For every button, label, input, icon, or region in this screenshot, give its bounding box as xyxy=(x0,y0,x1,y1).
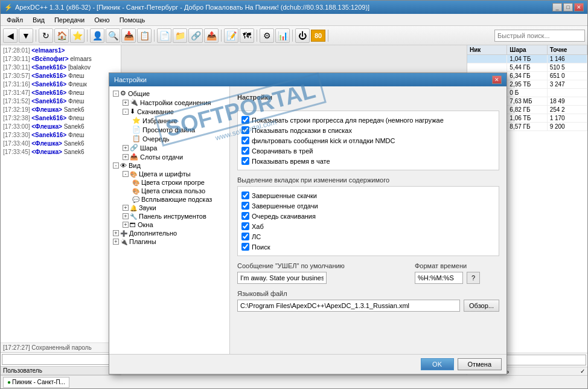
expand-icon[interactable]: + xyxy=(123,154,129,160)
checkbox-tray-input[interactable] xyxy=(241,147,249,155)
map-button[interactable]: 🗺 xyxy=(240,28,254,43)
list-item: [17:32:38] <Sanek616> Флеш xyxy=(3,114,118,123)
tree-item-tooltips[interactable]: 💬 Всплывающие подсказ xyxy=(112,195,227,204)
list-item: [17:33:40] <Флешка> Sanek6 xyxy=(3,140,118,148)
list-item: [17:31:16] <Sanek616> Флешк xyxy=(3,80,118,89)
nav-dropdown-button[interactable]: ▼ xyxy=(19,28,33,43)
menu-help[interactable]: Помощь xyxy=(116,16,149,24)
tree-item-advanced[interactable]: + ➕ Дополнительно xyxy=(112,229,227,237)
checkbox-complete-dl-input[interactable] xyxy=(241,191,249,199)
users-header: Ник Шара Точне xyxy=(467,45,587,55)
lang-file-input[interactable] xyxy=(237,300,460,312)
home-button[interactable]: 🏠 xyxy=(54,28,69,43)
checkbox-hints-input[interactable] xyxy=(241,126,249,134)
tree-item-toolbar[interactable]: + 🔧 Панель инструментов xyxy=(112,212,227,220)
minimize-button[interactable]: _ xyxy=(552,3,562,11)
download-button[interactable]: 📥 xyxy=(121,28,136,43)
menu-window[interactable]: Окно xyxy=(91,16,113,24)
maximize-button[interactable]: □ xyxy=(563,3,573,11)
tree-item-share[interactable]: + 🔗 Шара xyxy=(112,143,227,152)
away-message-input[interactable] xyxy=(237,272,327,284)
hub-status-label: Пикник - Санкт-П... xyxy=(12,379,65,385)
checkbox-filter-input[interactable] xyxy=(241,137,249,144)
settings-button[interactable]: ⚙ xyxy=(260,28,274,43)
ok-button[interactable]: OK xyxy=(421,358,454,370)
expand-icon[interactable]: + xyxy=(123,145,129,151)
expand-icon[interactable]: + xyxy=(113,230,119,236)
power-button[interactable]: ⏻ xyxy=(295,28,310,43)
tree-item-slots[interactable]: + 📤 Слоты отдачи xyxy=(112,152,227,161)
list-item: [17:31:52] <Sanek616> Флеш xyxy=(3,97,118,106)
expand-icon[interactable]: - xyxy=(113,162,119,169)
menu-file[interactable]: Файл xyxy=(3,16,27,24)
separator-4 xyxy=(221,30,222,42)
expand-icon[interactable]: + xyxy=(123,205,129,211)
file-button[interactable]: 📄 xyxy=(157,28,171,43)
separator-2 xyxy=(87,30,88,42)
checkbox-progress-input[interactable] xyxy=(241,116,249,124)
tree-item-colors[interactable]: - 🎨 Цвета и шрифты xyxy=(112,170,227,178)
app-icon: ⚡ xyxy=(4,4,13,11)
stats-button[interactable]: 📊 xyxy=(275,28,290,43)
tree-item-fileview[interactable]: 📄 Просмотр файла xyxy=(112,125,227,134)
tree-item-general[interactable]: - ⚙ Общие xyxy=(112,89,227,98)
tree-item-plugins[interactable]: + 🔌 Плагины xyxy=(112,237,227,246)
users-footer-check: ✓ xyxy=(580,368,585,375)
tree-item-view[interactable]: - 👁 Вид xyxy=(112,161,227,170)
checkbox-search: Поиск xyxy=(241,242,495,252)
queue-button[interactable]: 📋 xyxy=(137,28,152,43)
table-row[interactable]: 1,04 ТБ 1 146 xyxy=(467,55,587,63)
status-hub-item[interactable]: ● Пикник - Санкт-П... xyxy=(3,377,69,388)
checkbox-hub-input[interactable] xyxy=(241,222,249,230)
tree-item-download[interactable]: - ⬇ Скачивание xyxy=(112,107,227,116)
nav-back-button[interactable]: ◀ xyxy=(3,28,18,43)
checkbox-search-input[interactable] xyxy=(241,243,249,251)
menu-view[interactable]: Вид xyxy=(29,16,48,24)
checkbox-time-input[interactable] xyxy=(241,157,249,165)
close-button[interactable]: ✕ xyxy=(574,3,584,11)
away-row: Сообщение "УШЕЛ" по умолчанию Формат вре… xyxy=(237,262,499,284)
share-button[interactable]: 🔗 xyxy=(188,28,203,43)
table-row[interactable]: 5,44 ГБ 510 5 xyxy=(467,63,587,72)
quick-search-input[interactable] xyxy=(494,30,585,42)
expand-icon[interactable]: - xyxy=(123,171,129,177)
folder-button[interactable]: 📁 xyxy=(173,28,187,43)
tree-item-queue[interactable]: 📋 Очередь xyxy=(112,134,227,143)
tree-item-progress-colors[interactable]: 🎨 Цвета строки прогре xyxy=(112,178,227,187)
settings-tree: - ⚙ Общие + 🔌 Настройки соединения - ⬇ С… xyxy=(109,86,230,354)
time-format-help-button[interactable]: ? xyxy=(467,272,480,284)
tree-item-userlist-colors[interactable]: 🎨 Цвета списка пользо xyxy=(112,187,227,195)
refresh-button[interactable]: ↻ xyxy=(39,28,53,43)
notepad-button[interactable]: 📝 xyxy=(224,28,238,43)
time-format-input[interactable] xyxy=(415,272,463,284)
tree-item-connection[interactable]: + 🔌 Настройки соединения xyxy=(112,98,227,107)
list-item: [17:30:11] <Всёпофиг> elmaars xyxy=(3,55,118,63)
expand-icon[interactable]: + xyxy=(123,213,129,219)
search-button[interactable]: 🔍 xyxy=(106,28,120,43)
checkbox-complete-ul-input[interactable] xyxy=(241,202,249,210)
expand-icon[interactable]: + xyxy=(123,100,129,106)
connect-button[interactable]: 👤 xyxy=(90,28,104,43)
settings-dialog[interactable]: Настройки ✕ - ⚙ Общие + 🔌 Настройки соед… xyxy=(109,72,507,375)
checkbox-dl-queue-input[interactable] xyxy=(241,212,249,220)
settings-content: Настройки Показывать строки прогресса дл… xyxy=(230,86,507,354)
expand-icon[interactable]: + xyxy=(113,239,119,245)
menu-transfers[interactable]: Передачи xyxy=(51,16,88,24)
favorites-button[interactable]: ⭐ xyxy=(70,28,85,43)
expand-icon[interactable]: - xyxy=(113,91,119,97)
dialog-close-button[interactable]: ✕ xyxy=(492,76,502,84)
away-message-section: Сообщение "УШЕЛ" по умолчанию Формат вре… xyxy=(237,262,499,284)
lang-file-label: Языковый файл xyxy=(237,290,499,297)
separator-3 xyxy=(154,30,155,42)
expand-icon[interactable]: + xyxy=(123,222,129,228)
tree-item-favorites[interactable]: ⭐ Избранные xyxy=(112,116,227,125)
cancel-button[interactable]: Отмена xyxy=(458,358,502,370)
upload-button[interactable]: 📤 xyxy=(204,28,219,43)
expand-icon[interactable]: - xyxy=(123,109,129,115)
highlight-checkboxes-group: Завершенные скачки Завершенные отдачи Оч… xyxy=(237,186,499,256)
tree-item-sounds[interactable]: + 🔔 Звуки xyxy=(112,204,227,212)
browse-button[interactable]: Обзор... xyxy=(464,300,499,312)
chat-input[interactable] xyxy=(2,354,120,365)
tree-item-windows[interactable]: + 🗔 Окна xyxy=(112,220,227,229)
checkbox-pm-input[interactable] xyxy=(241,233,249,240)
